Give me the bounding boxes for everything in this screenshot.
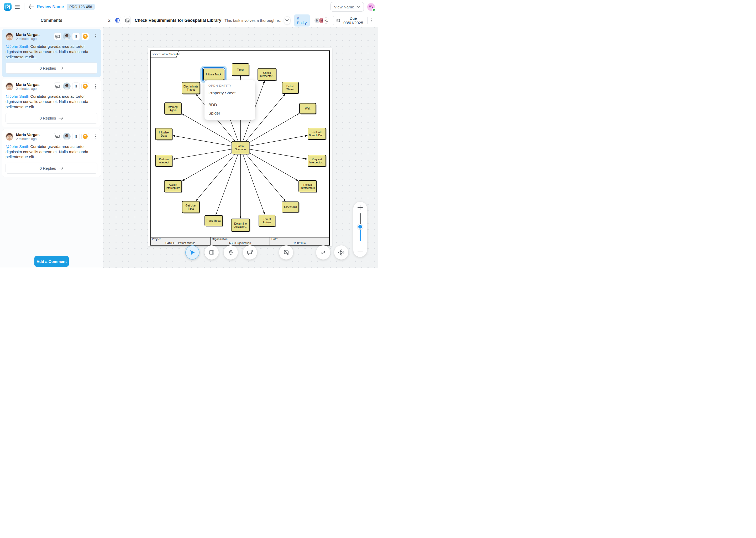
author-name: Maria Vargas	[16, 133, 39, 137]
mention-link[interactable]: @John Smith	[6, 94, 29, 98]
window-bottom-edge	[0, 268, 378, 269]
diagram-node-discriminate-threat[interactable]: DiscriminateThreat	[182, 82, 201, 94]
pan-tool-button[interactable]	[224, 245, 238, 259]
move-orbit-icon	[338, 249, 345, 256]
assignee-avatar-stack[interactable]: M M +1	[314, 17, 329, 24]
add-comment-tool-button[interactable]	[243, 245, 257, 259]
zoom-slider[interactable]	[353, 213, 367, 245]
comment-card[interactable]: Maria Vargas 2 minutes ago !!	[2, 129, 101, 177]
mention-link[interactable]: @John Smith	[6, 44, 29, 49]
assignee-avatar[interactable]	[63, 133, 71, 140]
assignee-avatar[interactable]	[63, 32, 71, 40]
zoom-in-button[interactable]	[353, 202, 367, 213]
replies-button[interactable]: 0 Replies	[6, 63, 97, 74]
task-title: Check Requirements for Geospatial Librar…	[135, 18, 221, 23]
diagram-edge-get-user-input	[196, 148, 240, 201]
svg-text:Assess Kill: Assess Kill	[284, 206, 297, 209]
task-overflow-menu[interactable]	[371, 19, 372, 23]
comment-overflow-menu[interactable]	[94, 32, 97, 40]
menu-item-property-sheet[interactable]: Property Sheet	[205, 89, 255, 97]
diagram-node-patriot-scenario[interactable]: PatriotScenario	[232, 141, 250, 155]
priority-button[interactable]: !!	[72, 82, 80, 90]
comment-link-button[interactable]	[54, 32, 62, 40]
diagram-page: spider Patriot Scenario PatriotScenarioI…	[148, 48, 332, 246]
footer-project-value: SAMPLE: Patriot Missile	[165, 242, 195, 244]
priority-icon: !!	[74, 84, 77, 88]
replies-button[interactable]: 0 Replies	[6, 113, 97, 124]
view-name-dropdown[interactable]: View Name	[330, 2, 364, 12]
menu-item-spider[interactable]: Spider	[205, 109, 255, 117]
panel-toggle-button[interactable]	[205, 245, 219, 259]
svg-text:ThreatArrives: ThreatArrives	[263, 218, 271, 224]
pan-navigate-button[interactable]	[334, 245, 348, 259]
status-button[interactable]: ?	[81, 133, 89, 140]
diagram-node-initiate-track[interactable]: Initiate Track	[201, 67, 226, 82]
back-arrow-icon[interactable]	[28, 4, 34, 10]
assignee-avatar[interactable]	[63, 82, 71, 90]
diagram-node-assign-interceptors[interactable]: AssignInterceptors	[164, 181, 182, 193]
diagram-node-determine-utilization[interactable]: DetermineUtilization...	[231, 219, 251, 232]
user-avatar[interactable]: MV	[367, 3, 375, 11]
diagram-node-check-interceptor[interactable]: CheckInterceptor...	[258, 68, 277, 81]
diagram-node-request-interceptor[interactable]: RequestInterceptor...	[308, 155, 327, 167]
menu-icon[interactable]	[15, 4, 21, 10]
menu-item-bdd[interactable]: BDD	[205, 101, 255, 109]
hide-comments-button[interactable]	[279, 245, 293, 259]
entity-shape-button[interactable]	[114, 16, 121, 25]
app-window: Review Name PRO-123-456 View Name MV Com…	[0, 0, 378, 269]
replies-button[interactable]: 0 Replies	[6, 163, 97, 174]
svg-text:Initiate Track: Initiate Track	[206, 73, 221, 76]
expand-diagonal-icon	[320, 249, 326, 256]
entity-tag-badge[interactable]: # Entity	[294, 15, 310, 27]
priority-button[interactable]: !!	[72, 32, 80, 40]
diagram-node-evaluate-branch-dur[interactable]: EvaluateBranch Dur...	[308, 128, 327, 140]
diagram-node-reload-interceptors[interactable]: ReloadInterceptors	[299, 181, 317, 193]
comment-card[interactable]: Maria Vargas 2 minutes ago !!	[2, 79, 101, 127]
zoom-out-button[interactable]	[353, 245, 367, 257]
comment-card[interactable]: Maria Vargas 2 minutes ago !!	[2, 29, 101, 77]
diagram-node-threat-arrives[interactable]: ThreatArrives	[259, 215, 276, 227]
diagram-node-perform-intercept[interactable]: PerformIntercept	[155, 155, 173, 167]
add-comment-button[interactable]: Add a Comment	[34, 256, 69, 267]
comment-link-button[interactable]	[54, 82, 62, 90]
fullscreen-button[interactable]	[316, 245, 330, 259]
select-tool-button[interactable]	[185, 245, 200, 259]
status-button[interactable]: ?	[81, 32, 89, 40]
diagram-edge-threat-arrives	[240, 148, 264, 214]
diagram-node-initialize-data[interactable]: InitializeData	[155, 128, 173, 140]
diagram-node-timer[interactable]: Timer	[232, 64, 250, 77]
svg-text:PatriotScenario: PatriotScenario	[235, 145, 246, 151]
comments-title: Comments	[41, 18, 63, 23]
question-status-icon: ?	[83, 34, 88, 39]
diagram-node-intercept-again[interactable]: InterceptAgain	[165, 103, 182, 115]
task-header: 2 Check Requirements for Geospatial Libr…	[103, 14, 378, 27]
project-id-badge: PRO-123-456	[67, 4, 95, 10]
diagram-node-track-threat[interactable]: Track Threat	[205, 215, 223, 227]
svg-text:PerformIntercept: PerformIntercept	[159, 158, 169, 164]
author-avatar	[6, 32, 13, 40]
comment-slash-icon	[283, 249, 290, 256]
comment-text: @John Smith Curabitur gravida arcu ac to…	[6, 94, 97, 109]
comment-overflow-menu[interactable]	[94, 82, 97, 90]
expand-task-button[interactable]	[284, 16, 291, 25]
open-entity-context-menu: OPEN ENTITY Property Sheet BDD Spider	[205, 81, 255, 120]
comments-sidebar: Maria Vargas 2 minutes ago !!	[0, 27, 103, 269]
diagram-node-assess-kill[interactable]: Assess Kill	[282, 202, 300, 213]
diagram-canvas[interactable]: spider Patriot Scenario PatriotScenarioI…	[103, 27, 378, 269]
priority-button[interactable]: !!	[72, 133, 80, 140]
diagram-node-detect-threat[interactable]: DetectThreat	[282, 82, 299, 94]
diagram-edge-evaluate-branch-dur	[240, 135, 307, 148]
comment-link-button[interactable]	[54, 133, 62, 140]
mention-link[interactable]: @John Smith	[6, 144, 29, 149]
app-logo-icon[interactable]	[4, 3, 12, 11]
breadcrumb-review-name[interactable]: Review Name	[37, 4, 64, 9]
comment-overflow-menu[interactable]	[94, 133, 97, 140]
diagram-node-wait[interactable]: Wait	[300, 103, 316, 115]
layout-view-button[interactable]	[124, 16, 131, 25]
diagram-node-get-user-input[interactable]: Get UserInput	[182, 201, 200, 214]
due-date-button[interactable]: Due 03/01/2025	[333, 16, 367, 25]
zoom-slider-knob[interactable]	[357, 224, 363, 230]
footer-date-value: 1/30/2024	[294, 242, 306, 244]
avatar-more: +1	[323, 17, 329, 24]
status-button[interactable]: ?	[81, 82, 89, 90]
